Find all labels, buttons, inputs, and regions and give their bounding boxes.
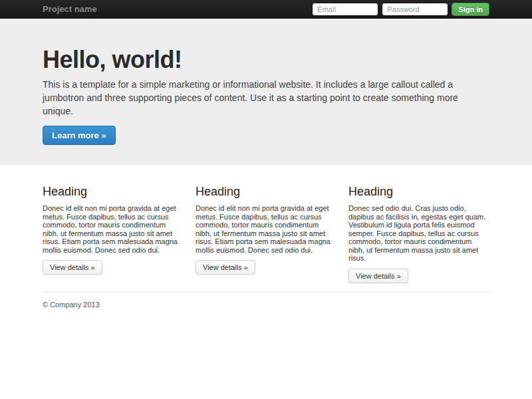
jumbotron-description: This is a template for a simple marketin… — [43, 78, 489, 118]
footer-divider — [43, 292, 489, 293]
top-navbar: Project name Sign in — [0, 0, 532, 19]
column-heading: Heading — [43, 185, 182, 199]
column-text: Donec id elit non mi porta gravida at eg… — [43, 204, 182, 254]
columns-row: Heading Donec id elit non mi porta gravi… — [43, 185, 489, 283]
page-title: Hello, world! — [43, 47, 489, 73]
marketing-column-1: Heading Donec id elit non mi porta gravi… — [43, 185, 182, 283]
marketing-section: Heading Donec id elit non mi porta gravi… — [43, 165, 489, 309]
column-text: Donec sed odio dui. Cras justo odio, dap… — [348, 204, 488, 263]
column-text: Donec id elit non mi porta gravida at eg… — [196, 204, 335, 254]
jumbotron: Hello, world! This is a template for a s… — [0, 19, 532, 165]
signin-button[interactable]: Sign in — [452, 3, 489, 16]
navbar-container: Project name Sign in — [43, 0, 489, 18]
marketing-column-2: Heading Donec id elit non mi porta gravi… — [196, 185, 335, 283]
marketing-column-3: Heading Donec sed odio dui. Cras justo o… — [348, 185, 488, 283]
column-heading: Heading — [348, 185, 488, 199]
column-heading: Heading — [196, 185, 335, 199]
view-details-button-1[interactable]: View details » — [43, 260, 102, 275]
password-field[interactable] — [382, 3, 448, 16]
copyright-text: © Company 2013 — [43, 301, 489, 309]
jumbotron-container: Hello, world! This is a template for a s… — [43, 47, 489, 145]
email-field[interactable] — [312, 3, 378, 16]
view-details-button-3[interactable]: View details » — [348, 269, 408, 283]
brand-link[interactable]: Project name — [43, 4, 97, 14]
page-footer: © Company 2013 — [43, 301, 489, 309]
learn-more-button[interactable]: Learn more » — [43, 126, 116, 145]
view-details-button-2[interactable]: View details » — [196, 260, 255, 275]
signin-form: Sign in — [312, 3, 489, 16]
